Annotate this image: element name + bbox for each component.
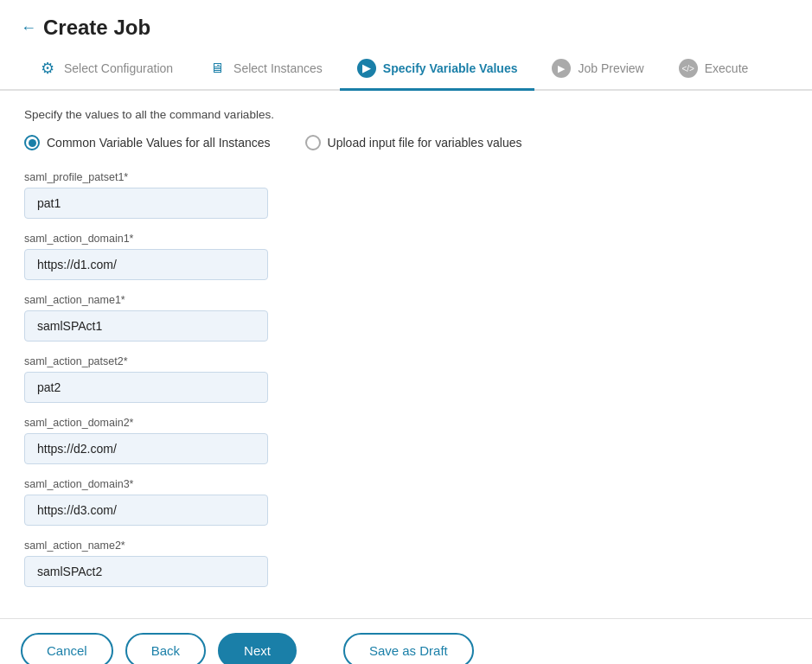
- label-saml-action-domain3: saml_action_domain3*: [24, 478, 788, 490]
- radio-common-circle: [24, 135, 40, 150]
- label-saml-action-name1: saml_action_name1*: [24, 294, 788, 306]
- tab-specify-variable-values-label: Specify Variable Values: [383, 61, 518, 75]
- radio-common[interactable]: Common Variable Values for all Instances: [24, 135, 271, 150]
- cancel-button[interactable]: Cancel: [21, 633, 113, 664]
- tab-job-preview-label: Job Preview: [578, 61, 643, 75]
- tab-execute-label: Execute: [705, 61, 749, 75]
- radio-group: Common Variable Values for all Instances…: [24, 135, 788, 150]
- label-saml-action-domain2: saml_action_domain2*: [24, 417, 788, 429]
- input-saml-action-patset2[interactable]: [24, 372, 268, 403]
- input-saml-action-domain3[interactable]: [24, 495, 268, 526]
- field-saml-action-domain3: saml_action_domain3*: [24, 478, 788, 526]
- input-saml-action-domain1[interactable]: [24, 249, 268, 280]
- tab-select-configuration[interactable]: ⚙ Select Configuration: [21, 48, 190, 91]
- gear-icon: ⚙: [38, 59, 57, 78]
- field-saml-action-patset2: saml_action_patset2*: [24, 355, 788, 403]
- code-icon: </>: [679, 59, 698, 78]
- input-saml-action-name1[interactable]: [24, 310, 268, 342]
- radio-upload-circle: [305, 135, 321, 150]
- radio-upload-label: Upload input file for variables values: [328, 136, 522, 150]
- label-saml-profile-patset1: saml_profile_patset1*: [24, 171, 788, 183]
- tab-select-configuration-label: Select Configuration: [64, 61, 173, 75]
- label-saml-action-patset2: saml_action_patset2*: [24, 355, 788, 367]
- back-arrow-icon[interactable]: ←: [21, 19, 36, 37]
- tab-select-instances[interactable]: 🖥 Select Instances: [190, 48, 340, 91]
- page-header: ← Create Job: [0, 0, 812, 48]
- section-description: Specify the values to all the command va…: [24, 108, 788, 121]
- tab-select-instances-label: Select Instances: [233, 61, 323, 75]
- field-saml-action-domain1: saml_action_domain1*: [24, 233, 788, 280]
- radio-upload[interactable]: Upload input file for variables values: [305, 135, 522, 150]
- save-as-draft-button[interactable]: Save as Draft: [343, 633, 474, 664]
- input-saml-action-domain2[interactable]: [24, 433, 268, 464]
- page-container: ← Create Job ⚙ Select Configuration 🖥 Se…: [0, 0, 812, 664]
- input-saml-action-name2[interactable]: [24, 556, 268, 587]
- field-saml-profile-patset1: saml_profile_patset1*: [24, 171, 788, 219]
- play-icon: ▶: [357, 59, 376, 78]
- label-saml-action-name2: saml_action_name2*: [24, 540, 788, 552]
- tab-specify-variable-values[interactable]: ▶ Specify Variable Values: [340, 48, 535, 91]
- field-saml-action-domain2: saml_action_domain2*: [24, 417, 788, 464]
- radio-common-label: Common Variable Values for all Instances: [47, 136, 271, 150]
- footer: Cancel Back Next Save as Draft: [0, 618, 812, 664]
- field-saml-action-name2: saml_action_name2*: [24, 540, 788, 587]
- page-title: Create Job: [43, 16, 150, 40]
- input-saml-profile-patset1[interactable]: [24, 188, 268, 219]
- play-gray-icon: ▶: [552, 59, 571, 78]
- label-saml-action-domain1: saml_action_domain1*: [24, 233, 788, 245]
- tab-job-preview[interactable]: ▶ Job Preview: [534, 48, 661, 91]
- content-area: Specify the values to all the command va…: [0, 91, 812, 618]
- tabs-bar: ⚙ Select Configuration 🖥 Select Instance…: [0, 48, 812, 91]
- server-icon: 🖥: [208, 59, 227, 78]
- next-button[interactable]: Next: [218, 633, 297, 664]
- tab-execute[interactable]: </> Execute: [662, 48, 766, 91]
- back-button[interactable]: Back: [125, 633, 206, 664]
- field-saml-action-name1: saml_action_name1*: [24, 294, 788, 342]
- form-fields: saml_profile_patset1* saml_action_domain…: [24, 171, 788, 587]
